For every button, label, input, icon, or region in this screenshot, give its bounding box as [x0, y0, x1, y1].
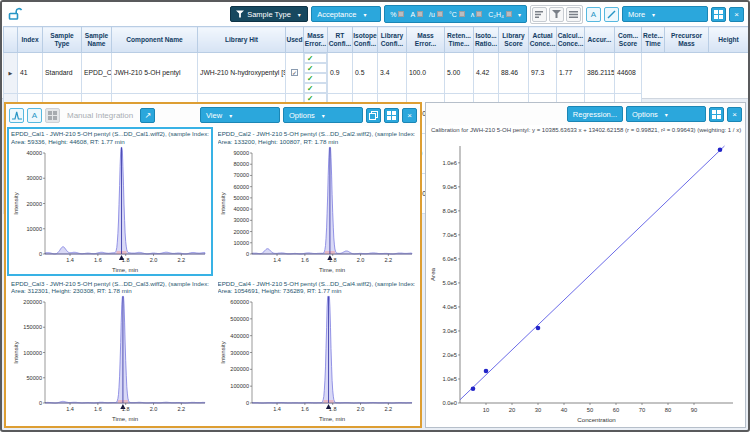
column-header[interactable]: Index	[18, 27, 43, 53]
used-checkbox[interactable]: ✓	[286, 53, 304, 94]
column-header[interactable]: Reten... Time...	[445, 27, 474, 53]
column-header[interactable]: Library Score	[499, 27, 529, 53]
grid-view-icon[interactable]	[45, 108, 60, 123]
unlock-icon[interactable]	[6, 7, 25, 21]
isotope-ratio-flag-icon[interactable]: /u	[429, 11, 443, 18]
chromatogram-panel-cal3[interactable]: EPDD_Cal3 - JWH-210 5-OH pentyl (S...DD_…	[7, 277, 213, 426]
close-icon[interactable]: ×	[729, 7, 744, 22]
column-header[interactable]: Mass Error...	[304, 27, 328, 53]
column-header[interactable]: Library Hit	[198, 27, 286, 53]
list-icon[interactable]	[566, 7, 581, 22]
svg-text:1.8: 1.8	[122, 406, 130, 412]
layout-grid-icon[interactable]	[711, 7, 726, 22]
svg-text:Area: Area	[429, 267, 436, 281]
cell-value: 4.42	[474, 53, 499, 94]
column-header[interactable]: Mass Error...	[407, 27, 445, 53]
chromatogram-plot[interactable]: 01000002000003000004000005000006000001.4…	[218, 295, 416, 423]
column-header[interactable]: Precursor Mass	[665, 27, 709, 53]
svg-text:400000: 400000	[230, 333, 249, 339]
formula-flag-icon[interactable]: C₂H₄	[488, 11, 512, 18]
svg-text:9.0e5: 9.0e5	[442, 184, 457, 190]
column-header[interactable]: Sample Name	[82, 27, 112, 53]
cell-value: 3.4	[378, 53, 407, 94]
svg-text:1.0e6: 1.0e6	[442, 160, 457, 166]
column-header[interactable]: Rete... Time	[642, 27, 665, 53]
svg-text:2.0: 2.0	[150, 406, 158, 412]
chromatogram-panel-cal1[interactable]: EPDD_Cal1 - JWH-210 5-OH pentyl (S...DD_…	[7, 127, 213, 276]
column-header[interactable]: Isotope Confi...	[353, 27, 378, 53]
chevron-down-icon[interactable]: ▾	[518, 11, 521, 18]
chromatogram-title: EPDD_Cal3 - JWH-210 5-OH pentyl (S...DD_…	[11, 280, 209, 288]
column-header[interactable]: Isoto... Ratio...	[474, 27, 499, 53]
confidence-check-icon: ✓	[304, 73, 327, 83]
svg-text:Concentration: Concentration	[577, 416, 616, 423]
column-header[interactable]: Component Name	[112, 27, 198, 53]
chromatogram-panel-cal4[interactable]: EPDD_Cal4 - JWH-210 5-OH pentyl (S...DD_…	[214, 277, 420, 426]
svg-text:6.0e5: 6.0e5	[442, 256, 457, 262]
column-header[interactable]: Calcul... Conce...	[557, 27, 585, 53]
column-header[interactable]: Sample Type	[43, 27, 82, 53]
column-header[interactable]: Used	[286, 27, 304, 53]
svg-text:500000: 500000	[230, 316, 249, 322]
column-header[interactable]: RT Confi...	[328, 27, 353, 53]
chromatogram-panel-cal2[interactable]: EPDD_Cal2 - JWH-210 5-OH pentyl (S...DD_…	[214, 127, 420, 276]
svg-text:40000: 40000	[233, 206, 249, 212]
app-window: Sample Type ▾ Acceptance ▾ %A/u°CʌC₂H₄▾	[0, 0, 750, 432]
grid-tools-group	[530, 5, 583, 24]
options-dropdown[interactable]: Options ▾	[283, 107, 363, 123]
regression-button[interactable]: Regression...	[567, 106, 623, 122]
label-a-icon[interactable]: A	[27, 108, 42, 123]
chromatogram-plot[interactable]: 0100002000030000400005000060000700008000…	[218, 146, 416, 274]
flag-swatch	[437, 11, 443, 17]
svg-text:1.8: 1.8	[122, 257, 130, 263]
chevron-down-icon: ▾	[298, 11, 301, 18]
close-icon[interactable]: ×	[402, 108, 417, 123]
sort-icon[interactable]	[532, 7, 547, 22]
overlay-windows-icon[interactable]	[366, 108, 381, 123]
svg-text:8.0e5: 8.0e5	[442, 208, 457, 214]
layout-grid-icon[interactable]	[709, 107, 724, 122]
column-header[interactable]: Com... Score	[615, 27, 642, 53]
svg-text:10000: 10000	[26, 225, 42, 231]
close-icon[interactable]: ×	[727, 107, 742, 122]
column-header[interactable]: Actual Conce...	[529, 27, 557, 53]
svg-text:2.2: 2.2	[177, 257, 185, 263]
temperature-flag-icon[interactable]: °C	[449, 11, 465, 18]
table-row[interactable]: ▶41StandardEPDD_Cal1JWH-210 5-OH pentylJ…	[4, 53, 749, 94]
chromatogram-plot[interactable]: 0100002000030000400001.41.61.82.02.2Time…	[11, 146, 209, 274]
results-grid-pane: Sample Type ▾ Acceptance ▾ %A/u°CʌC₂H₄▾	[2, 2, 748, 99]
chromatogram-plot[interactable]: 0500001000001500002000001.41.61.82.02.2T…	[11, 295, 209, 423]
svg-text:7.0e5: 7.0e5	[442, 232, 457, 238]
filter-icon[interactable]	[549, 7, 564, 22]
peak-flag-icon[interactable]: ʌ	[471, 11, 483, 18]
column-header[interactable]: Accur...	[585, 27, 615, 53]
peak-display-icon[interactable]	[9, 108, 24, 123]
svg-text:50000: 50000	[233, 194, 249, 200]
mass-error-flag-icon[interactable]: %	[390, 11, 404, 18]
svg-text:20000: 20000	[233, 228, 249, 234]
sample-type-dropdown[interactable]: Sample Type ▾	[230, 6, 308, 22]
expand-icon[interactable]: ↗	[140, 108, 155, 123]
svg-text:1.8: 1.8	[328, 406, 336, 412]
chromatogram-stats: Area: 133200, Height: 100807, RT: 1.78 m…	[218, 138, 416, 146]
acceptance-dropdown[interactable]: Acceptance ▾	[311, 6, 381, 22]
column-header[interactable]: Height	[709, 27, 749, 53]
cell-value: 97.3	[529, 53, 557, 94]
cell-value: 0.9	[328, 53, 353, 94]
cell-value: 0.5	[353, 53, 378, 94]
svg-text:80: 80	[665, 407, 671, 413]
column-header[interactable]: Library Confi...	[378, 27, 407, 53]
svg-text:20: 20	[509, 407, 515, 413]
pen-icon[interactable]	[604, 7, 619, 22]
view-dropdown[interactable]: View ▾	[200, 107, 280, 123]
annotation-text-icon[interactable]: A	[586, 7, 601, 22]
confidence-check-icon: ✓	[304, 53, 327, 63]
cell-value: 5.00	[445, 53, 474, 94]
asymmetry-flag-icon[interactable]: A	[410, 11, 423, 18]
options-dropdown[interactable]: Options ▾	[626, 106, 706, 122]
more-dropdown[interactable]: More ▾	[622, 6, 708, 22]
layout-grid-icon[interactable]	[384, 108, 399, 123]
calibration-plot[interactable]: 0.0e01.0e52.0e53.0e54.0e55.0e56.0e57.0e5…	[428, 138, 743, 425]
svg-text:300000: 300000	[230, 350, 249, 356]
chromatogram-title: EPDD_Cal2 - JWH-210 5-OH pentyl (S...DD_…	[218, 130, 416, 138]
